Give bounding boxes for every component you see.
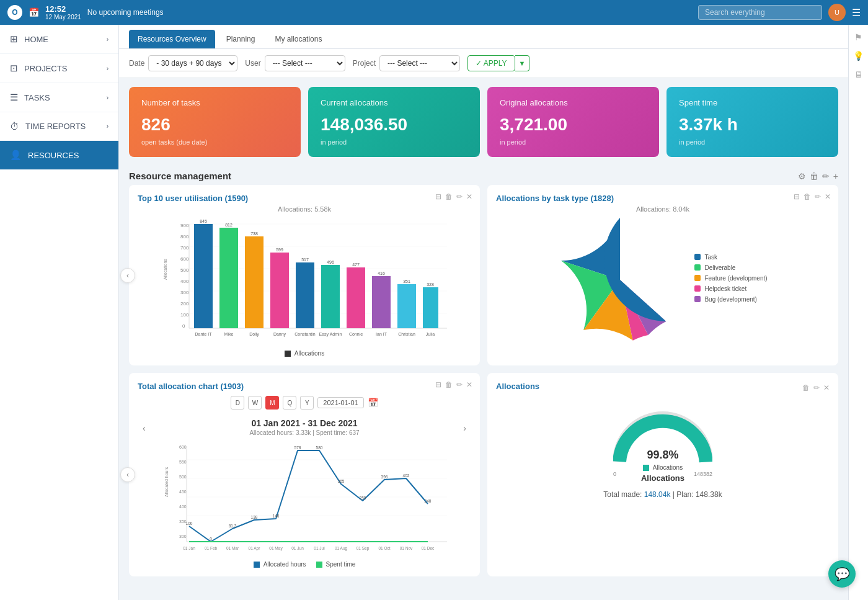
donut-chart-actions: 🗑 ✏ ✕: [802, 383, 830, 392]
chevron-right-icon: ›: [107, 36, 108, 43]
svg-text:599: 599: [276, 248, 283, 252]
time-btn-w[interactable]: W: [248, 396, 262, 410]
app-logo[interactable]: O: [7, 5, 22, 20]
svg-text:Christian: Christian: [398, 332, 415, 336]
svg-text:01 Mar: 01 Mar: [226, 546, 239, 550]
delete-icon[interactable]: 🗑: [804, 192, 811, 201]
date-select[interactable]: - 30 days + 90 days: [148, 55, 237, 71]
line-chart-next-btn[interactable]: ›: [463, 423, 466, 433]
tab-resources-overview[interactable]: Resources Overview: [129, 30, 215, 48]
sidebar-item-resources[interactable]: 👤 RESOURCES: [0, 141, 118, 170]
svg-text:100: 100: [186, 521, 193, 526]
svg-text:0: 0: [182, 323, 185, 329]
sidebar-item-tasks[interactable]: ☰ TASKS ›: [0, 83, 118, 112]
svg-text:Mike: Mike: [224, 332, 234, 336]
chat-button[interactable]: 💬: [828, 560, 856, 588]
line-chart-prev[interactable]: ‹: [120, 467, 135, 482]
close-icon[interactable]: ✕: [825, 192, 831, 201]
monitor-icon[interactable]: 🖥: [854, 69, 863, 79]
edit-icon[interactable]: ✏: [822, 171, 830, 181]
project-select[interactable]: --- Select ---: [379, 55, 460, 71]
svg-text:402: 402: [403, 473, 410, 478]
time-btn-d[interactable]: D: [231, 396, 244, 410]
svg-text:99.8%: 99.8%: [647, 449, 678, 461]
helpdesk-dot: [694, 285, 701, 292]
tab-planning[interactable]: Planning: [218, 30, 264, 48]
pie-legend-feature: Feature (development): [694, 275, 767, 282]
pie-chart-row: Task Deliverable Feature (development): [496, 218, 830, 342]
line-chart-panel: ‹ Total allocation chart (1903) ⊟ 🗑 ✏ ✕ …: [129, 373, 480, 576]
tab-my-allocations[interactable]: My allocations: [266, 30, 330, 48]
topbar-left: O 📅 12:52 12 May 2021 No upcoming meetin…: [7, 4, 164, 20]
edit-icon[interactable]: ✏: [815, 192, 821, 201]
donut-container: 99.8% 0 148382 Allocations Allocations T…: [496, 393, 830, 499]
sidebar-item-time-reports[interactable]: ⏱ TIME REPORTS ›: [0, 112, 118, 141]
svg-text:200: 200: [180, 301, 189, 307]
svg-text:517: 517: [301, 257, 309, 262]
chevron-right-icon: ›: [107, 123, 108, 130]
svg-text:01 Apr: 01 Apr: [249, 546, 261, 551]
pie-legend-deliverable: Deliverable: [694, 264, 767, 271]
add-icon[interactable]: +: [833, 171, 838, 181]
line-chart-legend: Allocated hours Spent time: [138, 561, 471, 568]
edit-icon[interactable]: ✏: [456, 192, 463, 201]
filters-bar: Date - 30 days + 90 days User --- Select…: [119, 49, 848, 78]
svg-text:0: 0: [210, 537, 212, 541]
svg-text:240: 240: [425, 499, 432, 503]
svg-text:416: 416: [378, 271, 385, 275]
svg-text:01 Jul: 01 Jul: [314, 546, 325, 550]
time-btn-q[interactable]: Q: [283, 396, 296, 410]
avatar[interactable]: U: [828, 4, 846, 21]
svg-text:477: 477: [352, 262, 360, 267]
bar-chart-prev[interactable]: ‹: [120, 268, 135, 283]
close-icon[interactable]: ✕: [466, 380, 472, 389]
close-icon[interactable]: ✕: [466, 192, 472, 201]
tabs-bar: Resources Overview Planning My allocatio…: [119, 25, 848, 49]
stat-cards: Number of tasks 826 open tasks (due date…: [119, 78, 848, 166]
delete-icon[interactable]: 🗑: [445, 380, 453, 389]
time-btn-m[interactable]: M: [265, 396, 279, 410]
edit-icon[interactable]: ✏: [456, 380, 463, 389]
topbar: O 📅 12:52 12 May 2021 No upcoming meetin…: [0, 0, 868, 25]
search-input[interactable]: [698, 5, 822, 20]
apply-split-button[interactable]: ▼: [515, 55, 530, 71]
bar-chart-actions: ⊟ 🗑 ✏ ✕: [435, 192, 472, 201]
line-chart-actions: ⊟ 🗑 ✏ ✕: [435, 380, 472, 389]
sidebar-item-projects[interactable]: ⊡ PROJECTS ›: [0, 54, 118, 83]
svg-rect-44: [423, 287, 438, 328]
close-icon[interactable]: ✕: [823, 383, 830, 392]
time-btn-y[interactable]: Y: [300, 396, 314, 410]
stat-card-current-alloc: Current allocations 148,036.50 in period: [308, 87, 480, 157]
charts-grid: ‹ Top 10 user utilisation (1590) ⊟ 🗑 ✏ ✕…: [119, 185, 848, 584]
flag-icon[interactable]: ⚑: [854, 32, 862, 42]
delete-icon[interactable]: 🗑: [445, 192, 453, 201]
sidebar-item-home[interactable]: ⊞ HOME ›: [0, 25, 118, 54]
line-chart-date: 2021-01-01: [317, 397, 363, 408]
menu-icon[interactable]: ☰: [852, 7, 861, 19]
total-made-link[interactable]: 148.04k: [644, 490, 671, 499]
filter-icon[interactable]: ⊟: [794, 192, 800, 201]
filter-icon[interactable]: ⊟: [435, 192, 441, 201]
svg-text:328: 328: [427, 282, 434, 287]
svg-rect-32: [321, 265, 340, 328]
settings-icon[interactable]: ⚙: [798, 171, 806, 181]
delete-icon[interactable]: 🗑: [802, 383, 810, 392]
bug-dot: [694, 296, 701, 302]
date-filter-group: Date - 30 days + 90 days: [129, 55, 237, 71]
filter-icon[interactable]: ⊟: [435, 380, 441, 389]
apply-button[interactable]: ✓ APPLY: [467, 55, 515, 71]
svg-text:400: 400: [179, 504, 187, 509]
svg-text:Julia: Julia: [426, 332, 435, 336]
line-chart-prev-btn[interactable]: ‹: [143, 423, 146, 433]
pie-chart-actions: ⊟ 🗑 ✏ ✕: [794, 192, 831, 201]
svg-text:365: 365: [338, 479, 345, 483]
bulb-icon[interactable]: 💡: [853, 51, 864, 61]
deliverable-dot: [694, 264, 701, 271]
svg-rect-41: [397, 284, 416, 328]
svg-text:Danny: Danny: [273, 332, 286, 337]
delete-icon[interactable]: 🗑: [810, 171, 818, 181]
calendar-picker-icon[interactable]: 📅: [368, 398, 378, 408]
calendar-icon: 📅: [29, 7, 39, 17]
edit-icon[interactable]: ✏: [813, 383, 820, 392]
user-select[interactable]: --- Select ---: [265, 55, 345, 71]
